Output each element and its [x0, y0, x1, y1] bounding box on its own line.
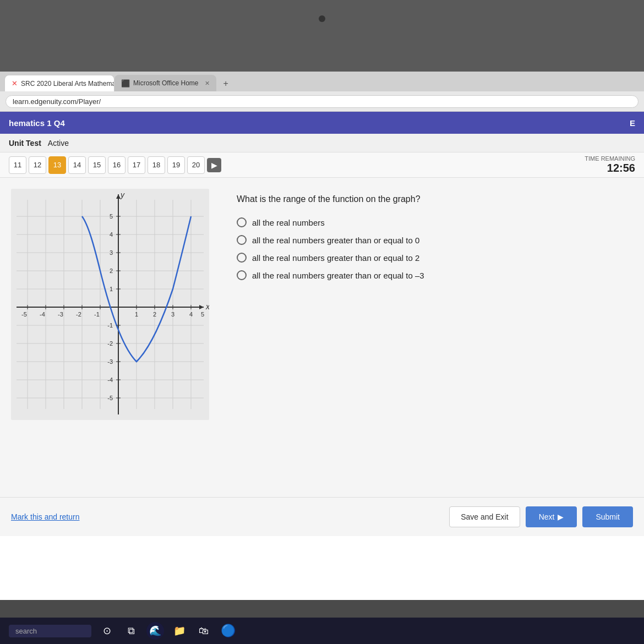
svg-text:-3: -3 [107, 358, 113, 365]
tab-edgenuity[interactable]: ✕ SRC 2020 Liberal Arts Mathemati ✕ [4, 75, 114, 91]
option-a[interactable]: all the real numbers [237, 217, 633, 227]
svg-text:-1: -1 [94, 311, 100, 318]
taskbar: search ⊙ ⧉ 🌊 📁 🛍 🔵 [0, 618, 644, 644]
svg-text:2: 2 [110, 268, 113, 274]
question-text: What is the range of the function on the… [237, 194, 633, 204]
graph-area: x y -5 -4 -3 -2 -1 1 2 3 4 5 5 4 3 [11, 189, 220, 486]
svg-text:-3: -3 [58, 311, 63, 318]
app-header-right: E [630, 118, 635, 128]
browser-window: ✕ SRC 2020 Liberal Arts Mathemati ✕ ⬛ Mi… [0, 72, 644, 600]
option-d-text: all the real numbers greater than or equ… [252, 271, 424, 280]
taskbar-search-icon[interactable]: ⊙ [98, 622, 116, 640]
next-arrow-icon: ▶ [558, 512, 564, 521]
unit-test-label: Unit Test [9, 139, 41, 148]
app-title: hematics 1 Q4 [9, 118, 65, 128]
q-btn-20[interactable]: 20 [187, 156, 205, 174]
unit-test-bar: Unit Test Active [0, 134, 644, 152]
svg-text:x: x [205, 302, 209, 311]
svg-text:-1: -1 [107, 322, 113, 329]
q-btn-19[interactable]: 19 [167, 156, 185, 174]
svg-text:3: 3 [171, 311, 174, 318]
q-btn-13[interactable]: 13 [48, 156, 66, 174]
svg-text:-2: -2 [76, 311, 81, 318]
tab-bar: ✕ SRC 2020 Liberal Arts Mathemati ✕ ⬛ Mi… [0, 72, 644, 91]
taskbar-folder-icon[interactable]: 📁 [171, 622, 188, 640]
time-value: 12:56 [585, 162, 635, 174]
svg-text:4: 4 [110, 231, 113, 238]
laptop-bezel [0, 0, 644, 80]
svg-text:2: 2 [153, 311, 156, 318]
main-content: x y -5 -4 -3 -2 -1 1 2 3 4 5 5 4 3 [0, 178, 644, 497]
q-btn-11[interactable]: 11 [9, 156, 26, 174]
save-exit-button[interactable]: Save and Exit [449, 506, 520, 527]
taskbar-store-icon[interactable]: 🛍 [195, 622, 212, 640]
tab-close-office[interactable]: ✕ [205, 80, 210, 87]
new-tab-button[interactable]: + [217, 76, 233, 91]
camera [319, 15, 325, 22]
footer-buttons: Save and Exit Next ▶ Submit [449, 506, 633, 527]
q-btn-18[interactable]: 18 [148, 156, 165, 174]
time-remaining: TIME REMAINING 12:56 [585, 155, 635, 174]
tab-office[interactable]: ⬛ Microsoft Office Home ✕ [114, 75, 216, 91]
option-c[interactable]: all the real numbers greater than or equ… [237, 253, 633, 263]
taskbar-search[interactable]: search [9, 625, 91, 637]
radio-c[interactable] [237, 253, 247, 263]
svg-text:-2: -2 [107, 340, 113, 347]
q-btn-16[interactable]: 16 [108, 156, 125, 174]
next-button[interactable]: Next ▶ [526, 506, 577, 527]
next-label: Next [539, 512, 555, 521]
address-input[interactable]: learn.edgenuity.com/Player/ [6, 95, 638, 108]
radio-a[interactable] [237, 217, 247, 227]
address-bar: learn.edgenuity.com/Player/ [0, 91, 644, 111]
q-next-button[interactable]: ▶ [207, 158, 221, 172]
mark-return-link[interactable]: Mark this and return [11, 512, 80, 521]
tab-label-edgenuity: SRC 2020 Liberal Arts Mathemati [21, 80, 114, 88]
q-btn-12[interactable]: 12 [29, 156, 46, 174]
question-area: What is the range of the function on the… [237, 189, 633, 486]
content-footer: Mark this and return Save and Exit Next … [0, 497, 644, 536]
option-b-text: all the real numbers greater than or equ… [252, 236, 419, 245]
question-nav: 11 12 13 14 15 16 17 18 19 20 ▶ TIME REM… [0, 152, 644, 178]
svg-text:5: 5 [201, 311, 204, 318]
taskbar-task-view-icon[interactable]: ⧉ [122, 622, 140, 640]
search-placeholder: search [15, 627, 37, 635]
app-header: hematics 1 Q4 E [0, 112, 644, 134]
svg-text:3: 3 [110, 249, 113, 256]
ms-icon: ⬛ [121, 79, 130, 88]
svg-text:-4: -4 [40, 311, 45, 318]
svg-text:5: 5 [110, 213, 113, 220]
svg-text:4: 4 [189, 311, 193, 318]
svg-text:y: y [120, 190, 125, 199]
q-btn-15[interactable]: 15 [88, 156, 106, 174]
q-btn-14[interactable]: 14 [68, 156, 86, 174]
option-d[interactable]: all the real numbers greater than or equ… [237, 270, 633, 280]
svg-text:-4: -4 [107, 376, 113, 383]
radio-d[interactable] [237, 270, 247, 280]
svg-text:1: 1 [110, 286, 113, 292]
taskbar-chrome-icon[interactable]: 🔵 [219, 622, 237, 640]
browser-chrome: ✕ SRC 2020 Liberal Arts Mathemati ✕ ⬛ Mi… [0, 72, 644, 112]
time-label: TIME REMAINING [585, 155, 635, 162]
svg-text:-5: -5 [21, 311, 27, 318]
submit-button[interactable]: Submit [582, 506, 633, 527]
unit-test-status: Active [48, 139, 69, 148]
option-b[interactable]: all the real numbers greater than or equ… [237, 235, 633, 245]
graph-svg: x y -5 -4 -3 -2 -1 1 2 3 4 5 5 4 3 [11, 189, 209, 420]
option-c-text: all the real numbers greater than or equ… [252, 253, 419, 263]
svg-text:1: 1 [135, 311, 138, 318]
taskbar-edge-icon[interactable]: 🌊 [146, 622, 164, 640]
q-btn-17[interactable]: 17 [128, 156, 145, 174]
svg-text:-5: -5 [107, 395, 113, 401]
option-a-text: all the real numbers [252, 218, 325, 227]
radio-b[interactable] [237, 235, 247, 245]
x-icon: ✕ [12, 79, 18, 88]
tab-label-office: Microsoft Office Home [133, 79, 198, 87]
